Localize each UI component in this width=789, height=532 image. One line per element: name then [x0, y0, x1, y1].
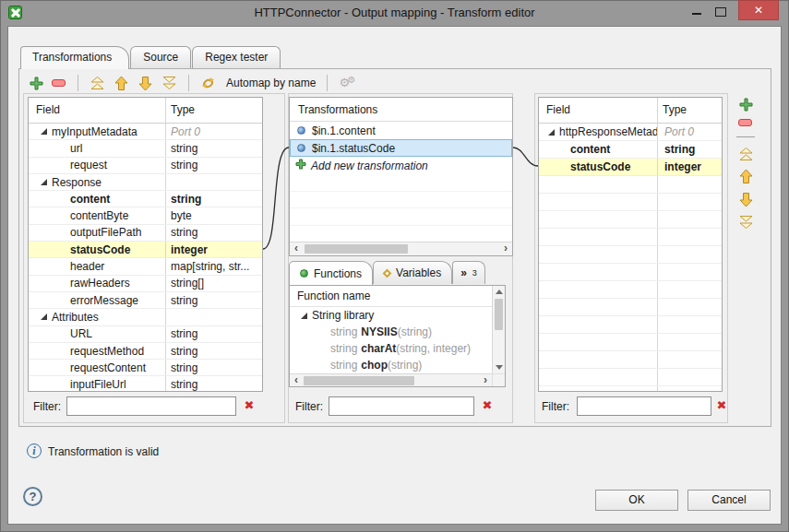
- scroll-right-icon[interactable]: ›: [479, 374, 492, 387]
- field-row[interactable]: errorMessagestring: [29, 292, 262, 309]
- scroll-right-icon[interactable]: ›: [499, 242, 512, 255]
- empty-row: [539, 351, 722, 369]
- transformations-list-panel[interactable]: Transformations $in.1.content$in.1.statu…: [289, 97, 513, 256]
- field-row[interactable]: urlstring: [29, 140, 262, 157]
- field-row[interactable]: httpResponseMetadPort 0: [539, 124, 722, 141]
- maximize-button[interactable]: [709, 2, 731, 20]
- clear-filter-icon[interactable]: ✖: [242, 397, 257, 414]
- overflow-count: 3: [472, 268, 477, 278]
- add-transformation-plus-icon: [295, 159, 306, 172]
- horizontal-scrollbar[interactable]: ‹ ›: [290, 242, 512, 255]
- help-icon[interactable]: ?: [23, 487, 42, 506]
- toolbar-separator: [188, 75, 189, 91]
- scroll-left-icon[interactable]: ‹: [290, 242, 303, 255]
- move-down-icon[interactable]: [137, 76, 153, 91]
- table-header: Field Type: [539, 98, 722, 124]
- field-row[interactable]: URLstring: [29, 326, 262, 343]
- remove-field-icon[interactable]: [738, 119, 753, 127]
- functions-filter[interactable]: [329, 396, 474, 416]
- move-top-icon[interactable]: [738, 147, 754, 161]
- tree-expander-icon[interactable]: [41, 179, 47, 185]
- move-up-icon[interactable]: [114, 76, 129, 91]
- scroll-left-icon[interactable]: ‹: [290, 374, 303, 387]
- empty-row: [290, 208, 512, 226]
- function-item[interactable]: stringcharAt(string, integer): [290, 340, 505, 357]
- minimize-button[interactable]: [686, 2, 708, 20]
- field-row[interactable]: statusCodeinteger: [539, 159, 722, 176]
- function-library-row[interactable]: String library: [290, 307, 505, 324]
- field-row[interactable]: rawHeadersstring[]: [29, 276, 262, 292]
- column-header-field[interactable]: Field: [29, 98, 166, 123]
- scroll-down-icon[interactable]: [496, 365, 503, 370]
- field-row[interactable]: headermap[string, str...: [29, 258, 262, 275]
- close-button[interactable]: ✕: [738, 0, 779, 20]
- function-params: (string): [398, 325, 432, 338]
- move-up-icon[interactable]: [738, 169, 754, 184]
- scrollbar-thumb[interactable]: [304, 376, 414, 385]
- function-item[interactable]: stringNYSIIS(string): [290, 324, 505, 340]
- functions-dot-icon: [300, 269, 308, 278]
- empty-row: [539, 299, 722, 316]
- field-row[interactable]: Attributes: [29, 309, 262, 325]
- function-name-header[interactable]: Function name: [290, 286, 505, 307]
- horizontal-scrollbar[interactable]: ‹ ›: [290, 373, 492, 386]
- input-fields-table[interactable]: Field Type myInputMetadataPort 0urlstrin…: [28, 97, 263, 392]
- move-bottom-icon[interactable]: [161, 76, 177, 90]
- function-item[interactable]: stringchop(string): [290, 357, 505, 373]
- scrollbar-thumb[interactable]: [305, 244, 408, 254]
- function-name: NYSIIS: [361, 325, 397, 338]
- field-row[interactable]: Response: [29, 174, 262, 191]
- move-top-icon[interactable]: [90, 76, 105, 90]
- tab-regex-tester[interactable]: Regex tester: [192, 46, 281, 68]
- field-row[interactable]: contentstring: [539, 141, 722, 159]
- field-name: errorMessage: [70, 294, 138, 307]
- field-row[interactable]: contentstring: [29, 191, 262, 207]
- function-list-panel[interactable]: Function name String library stringNYSII…: [289, 285, 506, 387]
- tab-transformations[interactable]: Transformations: [20, 46, 129, 69]
- field-row[interactable]: inputFileUrlstring: [29, 376, 262, 392]
- field-row[interactable]: requestMethodstring: [29, 343, 262, 360]
- scroll-up-icon[interactable]: [496, 290, 503, 294]
- add-field-icon[interactable]: [739, 98, 753, 112]
- field-type: string: [166, 140, 262, 156]
- field-row[interactable]: contentBytebyte: [29, 207, 262, 224]
- transformation-item[interactable]: $in.1.statusCode: [290, 139, 512, 157]
- column-header-field[interactable]: Field: [539, 98, 658, 123]
- field-row[interactable]: statusCodeinteger: [29, 242, 262, 258]
- field-name: requestMethod: [70, 345, 144, 358]
- remove-icon[interactable]: [52, 79, 66, 88]
- field-row[interactable]: requeststring: [29, 158, 262, 174]
- tab-variables[interactable]: Variables: [373, 261, 452, 284]
- tree-expander-icon[interactable]: [548, 129, 555, 136]
- scrollbar-corner: [492, 373, 505, 386]
- column-header-type[interactable]: Type: [166, 98, 262, 123]
- clear-filter-icon[interactable]: ✖: [714, 397, 729, 414]
- vertical-scrollbar[interactable]: [492, 286, 505, 373]
- column-header-type[interactable]: Type: [658, 98, 722, 123]
- ok-button[interactable]: OK: [595, 490, 678, 511]
- tree-expander-icon[interactable]: [41, 128, 47, 135]
- input-fields-filter[interactable]: [66, 396, 236, 416]
- tree-expander-icon[interactable]: [301, 313, 307, 319]
- clear-filter-icon[interactable]: ✖: [480, 397, 495, 414]
- add-new-transformation[interactable]: Add new transformation: [290, 157, 512, 174]
- tab-overflow-chevron[interactable]: »3: [452, 261, 485, 284]
- output-fields-filter[interactable]: [577, 396, 711, 416]
- tree-expander-icon[interactable]: [41, 313, 47, 320]
- transformation-item[interactable]: $in.1.content: [290, 122, 512, 139]
- field-row[interactable]: outputFilePathstring: [29, 225, 262, 242]
- settings-gears-icon[interactable]: ⚙⚙: [339, 75, 357, 91]
- field-row[interactable]: myInputMetadataPort 0: [29, 124, 262, 140]
- automap-by-name-button[interactable]: Automap by name: [226, 77, 316, 89]
- tab-functions[interactable]: Functions: [289, 261, 373, 285]
- automap-icon[interactable]: [200, 76, 216, 90]
- titlebar[interactable]: HTTPConnector - Output mapping - Transfo…: [0, 0, 789, 26]
- move-bottom-icon[interactable]: [738, 215, 754, 230]
- add-icon[interactable]: [30, 77, 43, 90]
- output-fields-table[interactable]: Field Type httpResponseMetadPort 0conten…: [538, 97, 723, 392]
- tab-source[interactable]: Source: [130, 46, 191, 68]
- cancel-button[interactable]: Cancel: [687, 490, 771, 511]
- move-down-icon[interactable]: [738, 192, 754, 207]
- scrollbar-thumb[interactable]: [495, 299, 503, 330]
- field-row[interactable]: requestContentstring: [29, 360, 262, 376]
